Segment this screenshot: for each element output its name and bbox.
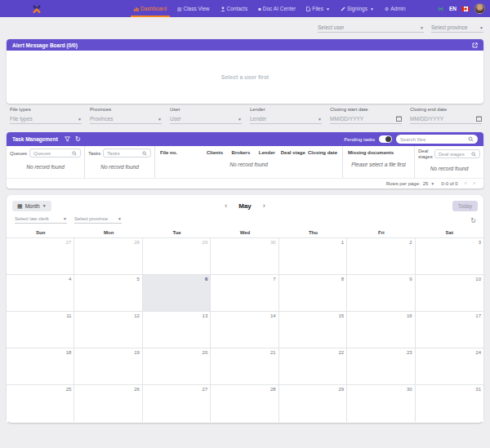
user-avatar[interactable] bbox=[474, 3, 485, 14]
task-header-icons: ↻ bbox=[65, 136, 81, 143]
provinces-select[interactable]: Provinces ▼ bbox=[90, 114, 162, 124]
calendar-day-cell[interactable]: 1 bbox=[279, 238, 347, 275]
search-icon[interactable] bbox=[471, 152, 476, 157]
chevron-down-icon: ▼ bbox=[78, 117, 82, 122]
calendar-icon[interactable] bbox=[476, 116, 482, 122]
calendar-day-cell[interactable]: 8 bbox=[279, 275, 347, 312]
calendar-day-cell[interactable]: 2 bbox=[347, 238, 415, 275]
queues-search-input[interactable] bbox=[33, 151, 72, 156]
chevron-down-icon: ▼ bbox=[326, 7, 330, 11]
calendar-day-cell[interactable]: 31 bbox=[416, 385, 483, 422]
closing-start-date-input[interactable]: MM/DD/YYYY bbox=[330, 114, 402, 124]
filter-value: User bbox=[170, 116, 181, 122]
calendar-day-number: 30 bbox=[270, 240, 276, 245]
calendar-day-cell[interactable]: 10 bbox=[416, 275, 483, 312]
calendar-day-cell[interactable]: 15 bbox=[279, 312, 347, 348]
tasks-panel: Tasks No record found bbox=[85, 146, 155, 178]
calendar-day-cell[interactable]: 27 bbox=[7, 238, 74, 275]
calendar-day-cell[interactable]: 28 bbox=[74, 238, 142, 275]
chevron-down-icon: ▼ bbox=[370, 7, 374, 11]
calendar-day-cell[interactable]: 5 bbox=[74, 275, 142, 312]
calendar-day-number: 17 bbox=[475, 313, 481, 318]
calendar-day-cell[interactable]: 9 bbox=[347, 275, 415, 312]
calendar-day-number: 9 bbox=[409, 277, 412, 282]
tasks-search-box bbox=[103, 149, 151, 157]
select-user-placeholder: Select user bbox=[318, 24, 345, 30]
calendar-day-cell[interactable]: 18 bbox=[7, 348, 74, 385]
search-files-input[interactable] bbox=[400, 137, 468, 142]
calendar-day-cell[interactable]: 28 bbox=[211, 385, 278, 422]
calendar-day-cell[interactable]: 23 bbox=[347, 348, 415, 385]
refresh-icon[interactable]: ↻ bbox=[75, 136, 81, 143]
lender-select[interactable]: Lender ▼ bbox=[250, 114, 322, 124]
expand-icon[interactable] bbox=[472, 42, 478, 48]
chevron-down-icon[interactable]: ▼ bbox=[430, 181, 434, 186]
select-province-dropdown-calendar[interactable]: Select province ▼ bbox=[74, 216, 122, 224]
next-month-icon[interactable]: › bbox=[263, 202, 265, 210]
filter-funnel-icon[interactable] bbox=[65, 136, 70, 143]
language-switcher[interactable]: EN bbox=[449, 6, 457, 11]
calendar-day-cell[interactable]: 26 bbox=[74, 385, 142, 422]
next-page-icon[interactable]: › bbox=[473, 180, 475, 187]
calendar-day-number: 7 bbox=[273, 277, 275, 282]
calendar-view-button[interactable]: ▦ Month ▼ bbox=[12, 201, 51, 211]
deal-stages-search-input[interactable] bbox=[439, 152, 471, 157]
calendar-day-cell[interactable]: 24 bbox=[416, 348, 483, 385]
files-table-empty-message: No record found bbox=[158, 162, 339, 167]
user-select[interactable]: User ▼ bbox=[170, 114, 242, 124]
calendar-day-cell[interactable]: 13 bbox=[143, 312, 211, 348]
tasks-label: Tasks bbox=[88, 151, 100, 156]
calendar-day-cell[interactable]: 12 bbox=[74, 312, 142, 348]
calendar-day-cell-today[interactable]: 6 bbox=[143, 275, 211, 312]
calendar-day-cell[interactable]: 14 bbox=[211, 312, 278, 348]
calendar-day-cell[interactable]: 7 bbox=[211, 275, 278, 312]
search-icon[interactable] bbox=[468, 136, 474, 142]
nav-item-contacts[interactable]: Contacts bbox=[220, 0, 248, 17]
calendar-day-cell[interactable]: 25 bbox=[7, 385, 74, 422]
calendar-day-cell[interactable]: 3 bbox=[416, 238, 483, 275]
nav-item-files[interactable]: Files ▼ bbox=[306, 0, 330, 17]
pending-tasks-label: Pending tasks bbox=[344, 137, 375, 142]
calendar-day-cell[interactable]: 22 bbox=[279, 348, 347, 385]
search-icon[interactable] bbox=[142, 151, 147, 156]
select-user-dropdown[interactable]: Select user ▼ bbox=[318, 24, 424, 33]
previous-page-icon[interactable]: ‹ bbox=[465, 180, 467, 187]
today-button[interactable]: Today bbox=[452, 201, 478, 211]
calendar-day-cell[interactable]: 11 bbox=[7, 312, 74, 348]
rows-per-page-value[interactable]: 25 bbox=[423, 181, 429, 186]
app-logo[interactable] bbox=[31, 3, 42, 15]
tasks-search-input[interactable] bbox=[107, 151, 142, 156]
previous-month-icon[interactable]: ‹ bbox=[225, 202, 227, 210]
select-law-clerk-dropdown[interactable]: Select law clerk ▼ bbox=[15, 216, 67, 224]
select-province-dropdown[interactable]: Select province ▼ bbox=[431, 24, 483, 33]
closing-end-date-input[interactable]: MM/DD/YYYY bbox=[410, 114, 482, 124]
calendar-day-cell[interactable]: 4 bbox=[7, 275, 74, 312]
top-navigation-bar: Dashboard ▥ Class View Contacts ■ Doc AI… bbox=[0, 0, 490, 17]
nav-item-admin[interactable]: ⚙ Admin bbox=[385, 0, 406, 17]
calendar-day-cell[interactable]: 19 bbox=[74, 348, 142, 385]
online-status-icon[interactable] bbox=[437, 6, 444, 12]
nav-item-class-view[interactable]: ▥ Class View bbox=[177, 0, 210, 17]
filter-closing-start-date: Closing start date MM/DD/YYYY bbox=[330, 107, 402, 124]
calendar-day-cell[interactable]: 21 bbox=[211, 348, 278, 385]
calendar-day-cell[interactable]: 30 bbox=[347, 385, 415, 422]
nav-item-dashboard[interactable]: Dashboard bbox=[134, 0, 167, 17]
calendar-day-cell[interactable]: 20 bbox=[143, 348, 211, 385]
calendar-icon[interactable] bbox=[396, 116, 402, 122]
calendar-day-cell[interactable]: 16 bbox=[347, 312, 415, 348]
calendar-day-cell[interactable]: 17 bbox=[416, 312, 483, 348]
calendar-day-cell[interactable]: 29 bbox=[279, 385, 347, 422]
search-icon[interactable] bbox=[72, 151, 77, 156]
calendar-day-number: 1 bbox=[341, 240, 344, 245]
pending-tasks-toggle[interactable] bbox=[379, 135, 392, 143]
calendar-day-cell[interactable]: 30 bbox=[211, 238, 278, 275]
calendar-day-cell[interactable]: 27 bbox=[143, 385, 211, 422]
calendar-day-cell[interactable]: 29 bbox=[143, 238, 211, 275]
nav-item-doc-ai-center[interactable]: ■ Doc AI Center bbox=[258, 0, 296, 17]
calendar-refresh-icon[interactable]: ↻ bbox=[470, 218, 476, 224]
dow-mon: Mon bbox=[74, 230, 142, 235]
file-types-select[interactable]: File types ▼ bbox=[10, 114, 82, 124]
filter-label: Provinces bbox=[90, 107, 162, 112]
nav-item-signings[interactable]: Signings ▼ bbox=[341, 0, 374, 17]
canada-flag-icon[interactable] bbox=[461, 7, 470, 11]
